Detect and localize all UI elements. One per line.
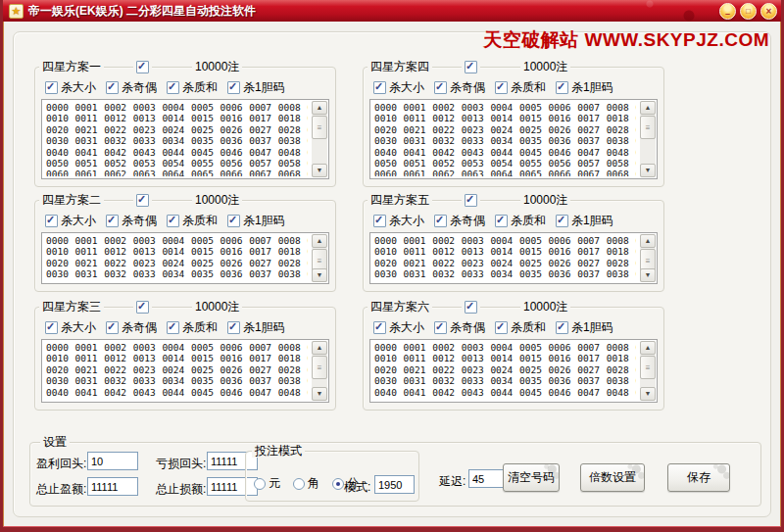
kill-option-dan[interactable]: ✓杀1胆码 <box>227 213 285 229</box>
kill-option-parity[interactable]: ✓杀奇偶 <box>434 79 485 96</box>
plan-enable-checkbox[interactable]: ✓ <box>133 300 152 314</box>
panel-title: 四星方案二 <box>39 193 104 207</box>
panel-bet-count: 10000注 <box>192 300 242 314</box>
kill-option-label: 杀奇偶 <box>450 213 485 229</box>
plan-enable-checkbox[interactable]: ✓ <box>133 60 152 73</box>
save-button[interactable]: 保存 <box>667 463 730 492</box>
check-icon: ✓ <box>374 320 383 333</box>
scroll-up-button[interactable]: ▲ <box>312 234 327 248</box>
settings-group-title: 设置 <box>40 435 70 449</box>
mode-input[interactable] <box>374 475 415 494</box>
scrollbar[interactable]: ▲ ≡ ▼ <box>312 341 327 401</box>
check-icon: ✓ <box>137 300 146 313</box>
scrollbar[interactable]: ▲ ≡ ▼ <box>312 101 327 177</box>
check-icon: ✓ <box>435 214 444 226</box>
maximize-icon: □ <box>741 4 756 19</box>
kill-option-size[interactable]: ✓杀大小 <box>45 213 96 229</box>
scrollbar-thumb[interactable]: ≡ <box>640 116 656 139</box>
kill-option-prime[interactable]: ✓杀质和 <box>495 213 546 229</box>
total-loss-stop-label: 总止损额: <box>156 481 206 498</box>
kill-option-parity[interactable]: ✓杀奇偶 <box>106 79 157 96</box>
kill-option-size[interactable]: ✓杀大小 <box>373 79 424 96</box>
plan-panel-5: 四星方案五 ✓ 10000注 ✓杀大小 ✓杀奇偶 ✓杀质和 ✓杀1胆码 0000… <box>363 200 664 292</box>
profit-back-input[interactable] <box>87 452 138 470</box>
total-profit-stop-input[interactable] <box>87 477 138 496</box>
scrollbar[interactable]: ▲ ≡ ▼ <box>640 234 656 282</box>
kill-option-parity[interactable]: ✓杀奇偶 <box>434 319 485 336</box>
number-list-box[interactable]: 0000 0001 0002 0003 0004 0005 0006 0007 … <box>369 99 658 179</box>
kill-option-size[interactable]: ✓杀大小 <box>45 319 96 336</box>
kill-option-parity[interactable]: ✓杀奇偶 <box>106 319 157 336</box>
arrow-down-icon: ▼ <box>313 165 326 176</box>
kill-option-prime[interactable]: ✓杀质和 <box>495 79 546 96</box>
arrow-up-icon: ▲ <box>641 342 655 354</box>
number-list-box[interactable]: 0000 0001 0002 0003 0004 0005 0006 0007 … <box>41 339 329 403</box>
kill-option-label: 杀质和 <box>182 319 218 336</box>
scroll-up-button[interactable]: ▲ <box>640 101 656 115</box>
radio-jiao[interactable]: 角 <box>293 475 319 492</box>
kill-option-prime[interactable]: ✓杀质和 <box>167 213 218 229</box>
kill-option-dan[interactable]: ✓杀1胆码 <box>227 79 285 96</box>
kill-option-parity[interactable]: ✓杀奇偶 <box>106 213 157 229</box>
kill-option-prime[interactable]: ✓杀质和 <box>167 319 218 336</box>
scroll-down-button[interactable]: ▼ <box>640 164 656 177</box>
scrollbar-thumb[interactable]: ≡ <box>312 356 327 379</box>
plan-enable-checkbox[interactable]: ✓ <box>462 193 480 207</box>
check-icon: ✓ <box>228 214 237 226</box>
number-list-box[interactable]: 0000 0001 0002 0003 0004 0005 0006 0007 … <box>41 99 329 179</box>
scrollbar-thumb[interactable]: ≡ <box>312 116 327 139</box>
number-list-box[interactable]: 0000 0001 0002 0003 0004 0005 0006 0007 … <box>41 232 329 284</box>
scrollbar-thumb[interactable]: ≡ <box>640 356 656 379</box>
kill-options-row: ✓杀大小 ✓杀奇偶 ✓杀质和 ✓杀1胆码 <box>373 319 613 336</box>
delay-input[interactable] <box>468 469 506 488</box>
kill-option-dan[interactable]: ✓杀1胆码 <box>556 79 613 96</box>
scroll-up-button[interactable]: ▲ <box>312 101 327 115</box>
arrow-down-icon: ▼ <box>641 388 655 400</box>
scrollbar[interactable]: ▲ ≡ ▼ <box>640 101 656 177</box>
scroll-up-button[interactable]: ▲ <box>312 341 327 355</box>
kill-option-size[interactable]: ✓杀大小 <box>373 213 424 229</box>
kill-option-dan[interactable]: ✓杀1胆码 <box>556 213 613 229</box>
scrollbar[interactable]: ▲ ≡ ▼ <box>312 234 327 282</box>
minimize-button[interactable]: – <box>719 3 736 20</box>
kill-options-row: ✓杀大小 ✓杀奇偶 ✓杀质和 ✓杀1胆码 <box>45 319 285 336</box>
plan-enable-checkbox[interactable]: ✓ <box>462 300 480 314</box>
scroll-down-button[interactable]: ▼ <box>312 164 327 177</box>
scroll-up-button[interactable]: ▲ <box>640 234 656 248</box>
kill-option-label: 杀大小 <box>389 79 424 96</box>
number-list-box[interactable]: 0000 0001 0002 0003 0004 0005 0006 0007 … <box>369 339 658 403</box>
scroll-down-button[interactable]: ▼ <box>640 268 656 282</box>
radio-yuan[interactable]: 元 <box>254 475 280 492</box>
plan-enable-checkbox[interactable]: ✓ <box>462 60 480 73</box>
number-lines: 0000 0001 0002 0003 0004 0005 0006 0007 … <box>46 102 308 176</box>
clear-numbers-button[interactable]: 清空号码 <box>503 463 560 492</box>
scroll-up-button[interactable]: ▲ <box>640 341 656 355</box>
close-button[interactable]: × <box>760 3 777 20</box>
kill-option-size[interactable]: ✓杀大小 <box>373 319 424 336</box>
title-bar[interactable]: ★ 帝一娱乐(EK娱乐) 二分彩四星自动投注软件 – □ × <box>3 0 781 22</box>
scrollbar[interactable]: ▲ ≡ ▼ <box>640 341 656 401</box>
kill-option-label: 杀奇偶 <box>122 79 157 96</box>
kill-options-row: ✓杀大小 ✓杀奇偶 ✓杀质和 ✓杀1胆码 <box>373 79 613 96</box>
kill-options-row: ✓杀大小 ✓杀奇偶 ✓杀质和 ✓杀1胆码 <box>373 213 613 229</box>
check-icon: ✓ <box>496 320 505 333</box>
kill-option-dan[interactable]: ✓杀1胆码 <box>556 319 613 336</box>
plan-enable-checkbox[interactable]: ✓ <box>133 193 152 207</box>
scroll-down-button[interactable]: ▼ <box>312 268 327 282</box>
kill-option-dan[interactable]: ✓杀1胆码 <box>227 319 285 336</box>
kill-option-size[interactable]: ✓杀大小 <box>45 79 96 96</box>
arrow-up-icon: ▲ <box>641 102 655 114</box>
kill-option-prime[interactable]: ✓杀质和 <box>167 79 218 96</box>
number-list-box[interactable]: 0000 0001 0002 0003 0004 0005 0006 0007 … <box>369 232 658 284</box>
arrow-down-icon: ▼ <box>313 269 326 281</box>
check-icon: ✓ <box>107 320 116 333</box>
panel-bet-count: 10000注 <box>520 300 570 314</box>
number-lines: 0000 0001 0002 0003 0004 0005 0006 0007 … <box>46 342 308 400</box>
multiplier-settings-button[interactable]: 倍数设置 <box>580 463 645 492</box>
scroll-down-button[interactable]: ▼ <box>312 387 327 401</box>
kill-option-label: 杀1胆码 <box>571 213 613 229</box>
kill-option-prime[interactable]: ✓杀质和 <box>495 319 546 336</box>
scroll-down-button[interactable]: ▼ <box>640 387 656 401</box>
kill-option-parity[interactable]: ✓杀奇偶 <box>434 213 485 229</box>
maximize-button[interactable]: □ <box>740 3 757 20</box>
